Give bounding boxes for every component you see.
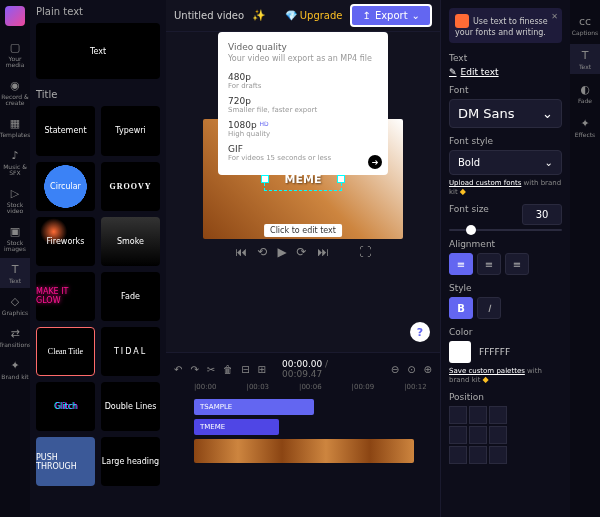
project-title[interactable]: Untitled video: [174, 10, 244, 21]
font-select[interactable]: DM Sans⌄: [449, 99, 562, 128]
color-row[interactable]: FFFFFF: [449, 341, 562, 363]
upgrade-button[interactable]: 💎 Upgrade: [285, 10, 343, 21]
nav-record[interactable]: ◉Record & create: [0, 74, 30, 110]
export-gif[interactable]: GIFFor videos 15 seconds or less: [228, 141, 378, 165]
step-fwd-icon[interactable]: ⟳: [297, 245, 307, 259]
fullscreen-icon[interactable]: ⛶: [359, 245, 371, 259]
pos-bl[interactable]: [449, 446, 467, 464]
video-icon: ▷: [8, 186, 22, 200]
nav-stock-video[interactable]: ▷Stock video: [0, 182, 30, 218]
nav-brand-kit[interactable]: ✦Brand kit: [0, 354, 30, 384]
thumb-fireworks[interactable]: Fireworks: [36, 217, 95, 266]
zoom-in-icon[interactable]: ⊕: [424, 364, 432, 375]
export-1080p[interactable]: 1080p HDHigh quality: [228, 117, 378, 141]
chevron-down-icon: ⌄: [542, 106, 553, 121]
alignment-label: Alignment: [449, 239, 562, 249]
font-label: Font: [449, 85, 562, 95]
nav-your-media[interactable]: ▢Your media: [0, 36, 30, 72]
skip-end-icon[interactable]: ⏭: [317, 245, 329, 259]
thumb-glitch[interactable]: Glitch: [36, 382, 95, 431]
nav-stock-images[interactable]: ▣Stock images: [0, 220, 30, 256]
position-grid: [449, 406, 562, 464]
rail-effects[interactable]: ✦Effects: [570, 112, 600, 142]
wand-icon[interactable]: ✨: [252, 9, 266, 22]
font-style-select[interactable]: Bold⌄: [449, 150, 562, 175]
nav-text[interactable]: TText: [0, 258, 30, 288]
font-size-input[interactable]: [522, 204, 562, 225]
upload-fonts-link[interactable]: Upload custom fonts: [449, 179, 521, 187]
clip-sample[interactable]: T SAMPLE: [194, 399, 314, 415]
save-palettes-link[interactable]: Save custom palettes: [449, 367, 525, 375]
rail-captions[interactable]: ccCaptions: [570, 10, 600, 40]
thumb-typewriter[interactable]: Typewri: [101, 106, 160, 155]
bold-button[interactable]: B: [449, 297, 473, 319]
thumb-large[interactable]: Large heading: [101, 437, 160, 486]
export-480p[interactable]: 480pFor drafts: [228, 69, 378, 93]
zoom-out-icon[interactable]: ⊖: [391, 364, 399, 375]
export-button[interactable]: ↥ Export ⌄: [350, 4, 432, 27]
thumb-statement[interactable]: Statement: [36, 106, 95, 155]
edit-text-link[interactable]: ✎ Edit text: [449, 67, 562, 77]
graphics-icon: ◇: [8, 294, 22, 308]
undo-icon[interactable]: ↶: [174, 364, 182, 375]
timeline-ruler[interactable]: |00:00 |00:03 |00:06 |00:09 |00:12: [194, 381, 432, 393]
align-left-button[interactable]: ≡: [449, 253, 473, 275]
italic-button[interactable]: I: [477, 297, 501, 319]
nav-graphics[interactable]: ◇Graphics: [0, 290, 30, 320]
export-720p[interactable]: 720pSmaller file, faster export: [228, 93, 378, 117]
clip-video[interactable]: [194, 439, 414, 463]
thumb-circular[interactable]: Circular: [36, 162, 95, 211]
section-title: Title: [36, 89, 160, 100]
close-icon[interactable]: ✕: [551, 12, 558, 21]
pos-tl[interactable]: [449, 406, 467, 424]
pos-ml[interactable]: [449, 426, 467, 444]
clip-meme[interactable]: T MEME: [194, 419, 279, 435]
thumb-double[interactable]: Double Lines: [101, 382, 160, 431]
pos-bc[interactable]: [469, 446, 487, 464]
gem-icon: ◆: [482, 375, 488, 384]
preview-area: Video quality Your video will export as …: [166, 32, 440, 352]
pos-br[interactable]: [489, 446, 507, 464]
zoom-fit-icon[interactable]: ⊙: [407, 364, 415, 375]
help-button[interactable]: ?: [410, 322, 430, 342]
rail-fade[interactable]: ◐Fade: [570, 78, 600, 108]
section-plain-text: Plain text: [36, 6, 160, 17]
play-icon[interactable]: ▶: [277, 245, 286, 259]
nav-transitions[interactable]: ⇄Transitions: [0, 322, 30, 352]
thumb-text[interactable]: Text: [36, 23, 160, 79]
color-swatch[interactable]: [449, 341, 471, 363]
thumb-fade[interactable]: Fade: [101, 272, 160, 321]
thumb-glow[interactable]: MAKE IT GLOW: [36, 272, 95, 321]
upload-fonts-text: Upload custom fonts with brand kit◆: [449, 179, 562, 196]
font-size-slider[interactable]: [449, 229, 562, 231]
position-label: Position: [449, 392, 562, 402]
copy-icon[interactable]: ⊞: [258, 364, 266, 375]
app-logo[interactable]: [5, 6, 25, 26]
skip-start-icon[interactable]: ⏮: [235, 245, 247, 259]
color-label: Color: [449, 327, 562, 337]
thumb-clean[interactable]: Clean Title: [36, 327, 95, 376]
split-icon[interactable]: ⊟: [241, 364, 249, 375]
next-arrow-icon[interactable]: ➔: [368, 155, 382, 169]
cut-icon[interactable]: ✂: [207, 364, 215, 375]
pos-tc[interactable]: [469, 406, 487, 424]
timeline-toolbar: ↶ ↷ ✂ 🗑 ⊟ ⊞ 00:00.00 / 00:09.47 ⊖ ⊙ ⊕: [174, 357, 432, 381]
align-right-button[interactable]: ≡: [505, 253, 529, 275]
thumb-tidal[interactable]: TIDAL: [101, 327, 160, 376]
brand-icon: ✦: [8, 358, 22, 372]
pos-mr[interactable]: [489, 426, 507, 444]
step-back-icon[interactable]: ⟲: [257, 245, 267, 259]
delete-icon[interactable]: 🗑: [223, 364, 233, 375]
right-rail: ccCaptions TText ◐Fade ✦Effects: [570, 0, 600, 517]
redo-icon[interactable]: ↷: [190, 364, 198, 375]
nav-templates[interactable]: ▦Templates: [0, 112, 30, 142]
pos-mc[interactable]: [469, 426, 487, 444]
pos-tr[interactable]: [489, 406, 507, 424]
nav-music[interactable]: ♪Music & SFX: [0, 144, 30, 180]
align-center-button[interactable]: ≡: [477, 253, 501, 275]
thumb-push[interactable]: PUSH THROUGH: [36, 437, 95, 486]
rail-text[interactable]: TText: [570, 44, 600, 74]
properties-panel: ✕ Use text to finesse your fonts and wri…: [440, 0, 570, 517]
thumb-smoke[interactable]: Smoke: [101, 217, 160, 266]
thumb-groovy[interactable]: GROOVY: [101, 162, 160, 211]
